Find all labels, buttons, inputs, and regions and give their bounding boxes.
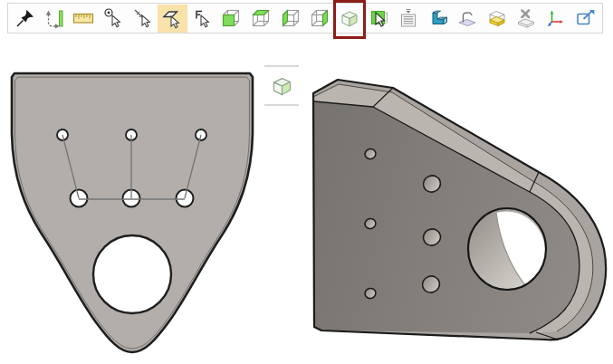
isometric-view-viewport[interactable]	[299, 50, 613, 364]
toolbar-button-view-right[interactable]	[305, 5, 335, 33]
toolbar-button-pin[interactable]	[10, 5, 40, 33]
toolbar-button-section[interactable]	[423, 5, 453, 33]
toolbar-button-triad[interactable]	[541, 5, 571, 33]
toolbar-button-delete-body[interactable]	[512, 5, 541, 33]
axes-triad-icon	[545, 7, 567, 29]
shaded-cube-icon	[339, 7, 360, 29]
cad-workspace	[0, 0, 613, 364]
dimension-arrows-icon	[43, 7, 65, 29]
cube-front-face-icon	[220, 7, 242, 29]
section-solid-icon	[427, 7, 449, 29]
toolbar-button-measure[interactable]	[69, 5, 99, 33]
toolbar-button-view-list[interactable]	[394, 5, 424, 33]
large-through-hole[interactable]	[468, 208, 546, 290]
toolbar-button-shaded-view[interactable]	[335, 5, 365, 33]
toolbar-button-view-front[interactable]	[216, 5, 246, 33]
toolbar-button-select-edge[interactable]	[128, 5, 158, 33]
toolbar-button-view-left[interactable]	[275, 5, 305, 33]
select-body-icon	[191, 7, 213, 29]
select-edge-icon	[132, 7, 154, 29]
pushpin-icon	[14, 7, 35, 29]
toolbar-button-ref-dimension[interactable]	[40, 5, 70, 33]
cube-top-face-icon	[250, 7, 272, 29]
main-toolbar	[7, 3, 603, 34]
toolbar-button-bounding-box[interactable]	[483, 5, 512, 33]
large-hole[interactable]	[93, 235, 171, 313]
open-external-icon	[575, 7, 597, 29]
cube-right-face-icon	[309, 7, 330, 29]
cube-left-face-icon	[280, 7, 302, 29]
select-point-icon	[102, 7, 124, 29]
view-list-icon	[397, 7, 419, 29]
sketch-plane-icon	[456, 7, 478, 29]
cursor-overlay-icon	[368, 7, 389, 29]
bounding-box-icon	[486, 7, 508, 29]
toolbar-button-select-face[interactable]	[158, 5, 187, 33]
toolbar-button-view-top[interactable]	[246, 5, 276, 33]
select-face-icon	[161, 7, 183, 29]
delete-body-icon	[515, 7, 537, 29]
toolbar-button-select-point[interactable]	[99, 5, 129, 33]
front-view-viewport[interactable]	[0, 54, 272, 364]
shaded-cube-icon	[270, 73, 294, 98]
shaded-view-mini-button[interactable]	[270, 73, 294, 98]
ruler-icon	[72, 7, 94, 29]
toolbar-button-select-body[interactable]	[187, 5, 217, 33]
toolbar-button-sketch[interactable]	[453, 5, 483, 33]
toolbar-button-open-external[interactable]	[570, 5, 600, 33]
toolbar-button-select-overlay[interactable]	[364, 5, 394, 33]
